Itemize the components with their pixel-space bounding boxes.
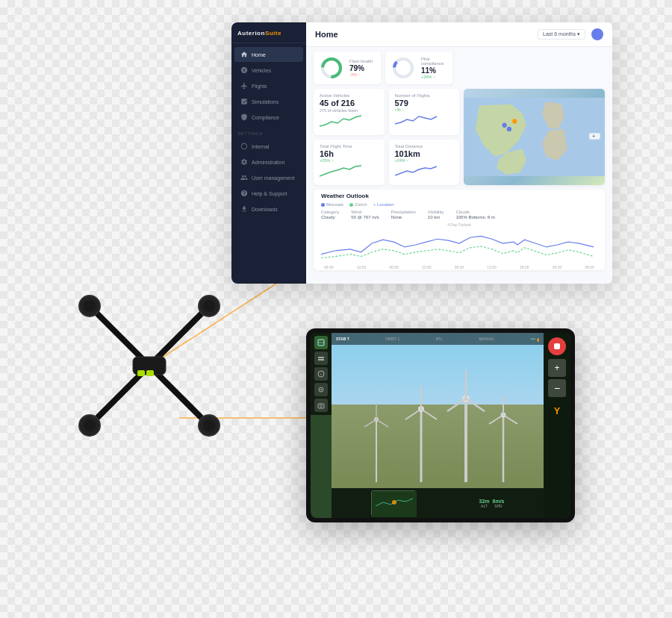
total-distance-label: Total Distance	[395, 144, 454, 149]
sidebar-item-flights[interactable]: Flights	[234, 78, 303, 93]
main-header: Home Last 6 months ▾	[306, 22, 612, 47]
vehicles-icon	[240, 66, 248, 74]
moosark-label: Moosark	[326, 202, 343, 207]
total-distance-value: 101km	[395, 150, 454, 158]
user-avatar[interactable]	[591, 28, 603, 40]
pilot-compliance-change: +26% ↑	[421, 75, 447, 79]
admin-icon	[240, 158, 248, 166]
weather-section: Weather Outlook Moosark Zürich + Locatio…	[314, 190, 605, 270]
date-filter-button[interactable]: Last 6 months ▾	[538, 29, 585, 40]
auterion-logo-tablet: Y	[548, 402, 566, 420]
home-icon	[240, 51, 248, 58]
tablet-screen: +	[311, 333, 570, 518]
flight-time-chart	[320, 164, 364, 178]
rtl-label: RTL	[436, 337, 443, 341]
zoom-icon: +	[317, 370, 325, 378]
svg-point-7	[502, 123, 506, 128]
help-icon	[240, 190, 248, 197]
flights-count-card: Number of Flights 579 +% ↑	[389, 89, 460, 135]
category-label: Category	[321, 210, 339, 214]
svg-line-45	[489, 415, 503, 424]
sidebar-simulations-label: Simulations	[252, 99, 279, 104]
svg-line-30	[447, 399, 466, 411]
fleet-health-value: 79%	[349, 65, 373, 72]
time-label-8: 06:00	[585, 265, 594, 269]
svg-line-40	[364, 419, 376, 427]
flights-count-change: +% ↑	[395, 107, 454, 112]
fleet-health-card: Fleet health 79% -3% ↑	[314, 52, 381, 84]
fleet-health-label: Fleet health	[349, 59, 373, 63]
sidebar-item-simulations[interactable]: Simulations	[234, 94, 303, 109]
app-logo: AuterionSuite	[231, 22, 306, 43]
simulations-icon	[240, 98, 248, 105]
flights-count-label: Number of Flights	[395, 93, 454, 98]
zurich-dot	[349, 203, 353, 207]
weather-visibility: Visibility 10 km	[428, 210, 444, 219]
orbit-label: ORBIT 1	[385, 337, 399, 341]
zoom-in-button[interactable]: +	[548, 359, 566, 377]
flight-time-label: Total Flight Time	[320, 144, 379, 149]
precipitation-value: None	[391, 215, 416, 219]
weather-locations: Moosark Zürich + Location	[321, 202, 597, 207]
time-label-7: 00:00	[553, 265, 562, 269]
svg-point-21	[203, 300, 215, 312]
sidebar-item-help[interactable]: Help & Support	[234, 186, 303, 201]
sidebar-item-vehicles[interactable]: Vehicles	[234, 63, 303, 78]
sidebar-item-compliance[interactable]: Compliance	[234, 110, 303, 125]
tablet-btn-1[interactable]	[314, 336, 328, 349]
svg-point-20	[84, 300, 96, 312]
visibility-value: 10 km	[428, 215, 444, 219]
time-label-0: 06:00	[324, 265, 334, 269]
tablet-btn-4[interactable]	[314, 383, 328, 396]
sidebar-item-admin[interactable]: Administration	[234, 154, 303, 169]
tablet-btn-2[interactable]	[314, 352, 328, 365]
sidebar-downloads-label: Downloads	[252, 207, 278, 212]
tablet-btn-5[interactable]	[314, 399, 328, 412]
weather-loc-moosark[interactable]: Moosark	[321, 202, 343, 207]
mini-map	[371, 490, 416, 516]
sidebar-compliance-label: Compliance	[252, 115, 279, 120]
fleet-health-donut	[320, 56, 343, 80]
sidebar-item-downloads[interactable]: Downloads	[234, 202, 303, 216]
weather-category: Category Cloudy	[321, 210, 339, 219]
visibility-label: Visibility	[428, 210, 444, 214]
altitude-display: 32m ALT	[479, 499, 490, 508]
weather-precipitation: Precipitation None	[391, 210, 416, 219]
svg-point-9	[512, 119, 517, 123]
weather-info: Category Cloudy Wind 50 @ 797 m/s Precip…	[321, 210, 597, 219]
svg-point-23	[203, 419, 215, 431]
sidebar-item-internal[interactable]: Internal	[234, 139, 303, 154]
settings-divider: SETTINGS	[231, 125, 306, 138]
camera-icon	[317, 402, 325, 409]
dashboard-window: AuterionSuite Home Vehicles Flights	[231, 22, 612, 284]
manual-label: MANUAL	[479, 337, 494, 341]
battery-icon: ▮	[537, 337, 539, 342]
sidebar-item-usermgmt[interactable]: User management	[234, 170, 303, 185]
weather-loc-add[interactable]: + Location	[373, 202, 394, 207]
zoom-out-button[interactable]: −	[548, 379, 566, 397]
tablet-btn-3[interactable]: +	[314, 367, 328, 381]
compliance-icon	[240, 113, 248, 121]
record-button[interactable]	[548, 337, 566, 355]
logo-y: Y	[554, 406, 560, 416]
stats-grid: Active Vehicles 45 of 216 275 of vehicle…	[306, 84, 612, 190]
weather-loc-zurich[interactable]: Zürich	[349, 202, 367, 207]
svg-line-46	[503, 415, 517, 424]
map-placeholder: +	[464, 89, 605, 185]
sidebar-item-home[interactable]: Home	[234, 47, 303, 62]
tablet-right-sidebar: + − Y	[544, 333, 570, 518]
tablet-scene: +	[311, 333, 570, 518]
svg-point-58	[392, 500, 396, 505]
tablet-status-icons: ▪▪▪ ▮	[531, 337, 539, 342]
internal-icon	[240, 143, 248, 150]
svg-text:+: +	[592, 134, 595, 139]
weather-wind: Wind 50 @ 797 m/s	[351, 210, 379, 219]
active-vehicles-label: Active Vehicles	[320, 93, 379, 98]
pilot-compliance-value: 11%	[421, 67, 447, 75]
donut-stats-row: Fleet health 79% -3% ↑ Pilot compliance …	[306, 47, 612, 84]
moosark-dot	[321, 203, 325, 207]
active-vehicles-value: 45 of 216	[320, 99, 379, 107]
time-label-4: 06:00	[455, 265, 464, 269]
active-vehicles-card: Active Vehicles 45 of 216 275 of vehicle…	[314, 89, 385, 135]
mini-map-svg	[372, 491, 417, 517]
